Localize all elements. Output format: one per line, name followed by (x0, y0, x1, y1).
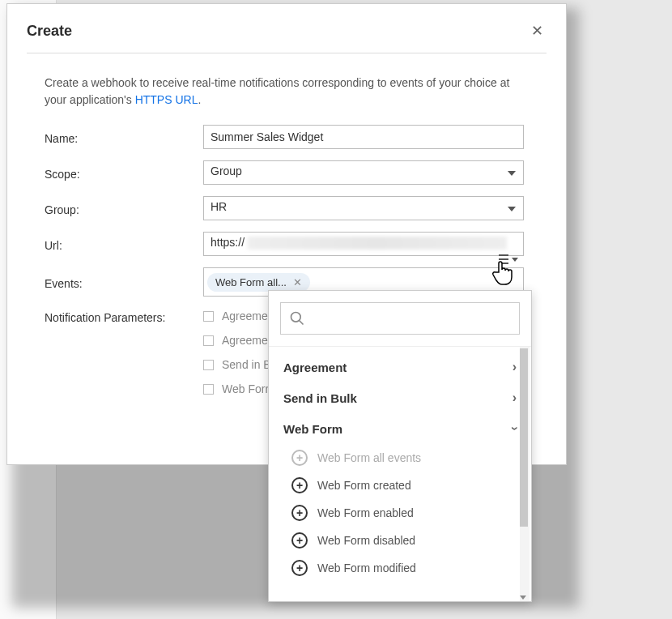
event-chip-webform-all: Web Form all... ✕ (207, 273, 310, 292)
scrollbar-track[interactable] (520, 347, 530, 601)
events-label: Events: (45, 274, 203, 290)
group-select[interactable]: HR (203, 196, 524, 220)
np-item[interactable]: Agreeme (203, 310, 271, 322)
row-scope: Scope: Group (45, 160, 547, 185)
np-item[interactable]: Agreeme (203, 334, 271, 347)
group-label: Group: (45, 200, 203, 216)
dropdown-item-label: Web Form modified (317, 561, 416, 574)
np-item[interactable]: Web Forr (203, 382, 271, 395)
dropdown-body: Agreement › Send in Bulk › Web Form › + … (269, 346, 531, 601)
url-label: Url: (45, 236, 203, 252)
checkbox-icon[interactable] (203, 384, 214, 395)
checkbox-icon[interactable] (203, 311, 214, 322)
checkbox-icon[interactable] (203, 335, 214, 346)
modal-header: Create ✕ (27, 19, 547, 53)
add-icon: + (291, 505, 308, 521)
dropdown-item-label: Web Form enabled (317, 506, 414, 519)
dropdown-item-webform-all[interactable]: + Web Form all events (269, 444, 531, 472)
np-item[interactable]: Send in B (203, 358, 271, 371)
row-name: Name: (45, 125, 547, 149)
chevron-right-icon: › (513, 360, 517, 374)
dropdown-item-webform-modified[interactable]: + Web Form modified (269, 554, 531, 582)
dropdown-item-label: Web Form all events (317, 451, 421, 464)
url-prefix: https:// (211, 236, 245, 249)
category-label: Agreement (283, 361, 347, 374)
category-label: Send in Bulk (283, 391, 357, 405)
dropdown-category-web-form[interactable]: Web Form › (269, 413, 531, 444)
description-text: Create a webhook to receive real-time no… (45, 76, 509, 106)
chip-label: Web Form all... (215, 276, 287, 288)
dropdown-item-webform-disabled[interactable]: + Web Form disabled (269, 527, 531, 554)
np-item-label: Send in B (222, 358, 271, 371)
np-item-label: Web Forr (222, 382, 269, 395)
modal-description: Create a webhook to receive real-time no… (45, 75, 514, 109)
name-input[interactable] (203, 125, 524, 149)
description-text-end: . (198, 93, 201, 106)
chevron-down-icon (512, 258, 518, 262)
dropdown-category-send-in-bulk[interactable]: Send in Bulk › (269, 382, 531, 413)
dropdown-item-webform-created[interactable]: + Web Form created (269, 472, 531, 499)
url-input[interactable]: https:// (203, 232, 524, 256)
search-icon (289, 310, 305, 327)
add-icon: + (291, 560, 308, 576)
dropdown-search-input[interactable] (280, 302, 520, 335)
scope-select[interactable]: Group (203, 160, 524, 185)
row-group: Group: HR (45, 196, 547, 220)
notification-parameters-list: Agreeme Agreeme Send in B Web Forr (203, 310, 271, 407)
category-label: Web Form (283, 422, 342, 436)
add-icon: + (291, 477, 308, 493)
dropdown-item-label: Web Form disabled (317, 534, 415, 547)
scrollbar-thumb[interactable] (520, 348, 528, 527)
add-icon: + (291, 532, 308, 549)
dropdown-category-agreement[interactable]: Agreement › (269, 352, 531, 382)
checkbox-icon[interactable] (203, 360, 214, 370)
https-url-link[interactable]: HTTPS URL (135, 93, 198, 106)
scrollbar-down-icon[interactable] (520, 596, 526, 600)
chevron-right-icon: › (513, 391, 517, 405)
svg-point-0 (291, 313, 301, 322)
scope-label: Scope: (45, 164, 203, 181)
url-redacted (248, 237, 507, 250)
close-icon[interactable]: ✕ (528, 19, 547, 43)
dropdown-item-label: Web Form created (317, 479, 411, 492)
row-url: Url: https:// (45, 232, 547, 256)
events-dropdown-panel: Agreement › Send in Bulk › Web Form › + … (268, 290, 532, 602)
name-label: Name: (45, 129, 203, 145)
dropdown-search-row (269, 291, 531, 346)
np-item-label: Agreeme (222, 310, 268, 322)
dropdown-item-webform-enabled[interactable]: + Web Form enabled (269, 499, 531, 527)
add-icon: + (291, 450, 308, 466)
events-dropdown-toggle[interactable] (499, 251, 523, 267)
svg-line-1 (300, 321, 304, 325)
chip-remove-icon[interactable]: ✕ (293, 276, 302, 288)
list-icon (499, 254, 508, 264)
modal-title: Create (27, 23, 72, 40)
notification-parameters-label: Notification Parameters: (45, 308, 203, 324)
np-item-label: Agreeme (222, 334, 268, 347)
